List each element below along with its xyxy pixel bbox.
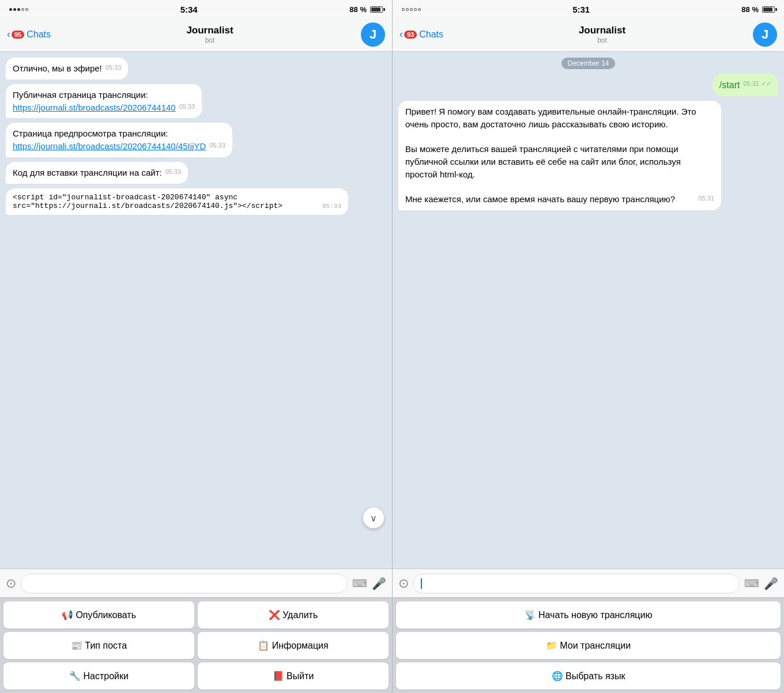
left-msg-3-time: 05:33	[209, 141, 225, 150]
right-btn-new-broadcast[interactable]: 📡 Начать новую трансляцию	[396, 601, 781, 628]
right-avatar[interactable]: J	[753, 22, 777, 47]
right-cursor	[421, 578, 422, 589]
right-msg-start-time: 05:31 ✓✓	[743, 79, 771, 89]
left-msg-code-time: 05:33	[322, 203, 341, 210]
right-chat-area: December 14 /start 05:31 ✓✓ Привет! Я по…	[393, 52, 784, 569]
right-signal	[402, 8, 421, 11]
left-chat-sub: bot	[59, 36, 361, 44]
left-msg-1-text: Отлично, мы в эфире!	[13, 63, 102, 73]
left-battery-area: 88 %	[349, 5, 383, 14]
left-msg-code: <script id="journalist-broadcast-2020674…	[6, 188, 348, 215]
left-chevron-icon: ‹	[7, 28, 10, 40]
left-chat-name: Journalist	[59, 25, 361, 36]
left-btn-info[interactable]: 📋 Информация	[198, 632, 389, 659]
scroll-down-button[interactable]: ∨	[363, 508, 384, 528]
right-chevron-icon: ‹	[399, 28, 403, 40]
left-status-bar: 5:34 88 %	[0, 0, 392, 17]
left-phone-panel: 5:34 88 % ‹ 95 Chats Journalist bot J От…	[0, 0, 392, 693]
right-nav-bar: ‹ 93 Chats Journalist bot J	[393, 17, 784, 52]
left-msg-4-text: Код для вставки трансляции на сайт:	[13, 168, 162, 177]
right-msg-start: /start 05:31 ✓✓	[713, 74, 778, 96]
left-battery-pct: 88 %	[349, 5, 367, 14]
right-battery-icon	[762, 6, 775, 13]
chevron-down-icon: ∨	[370, 513, 377, 524]
left-msg-2: Публичная страница трансляции: https://j…	[6, 84, 202, 119]
right-msg-start-text: /start	[719, 80, 740, 90]
left-msg-4-time: 05:33	[165, 168, 182, 177]
right-btn-language[interactable]: 🌐 Выбрать язык	[396, 662, 781, 690]
left-badge: 95	[12, 31, 24, 39]
right-badge: 93	[404, 31, 417, 39]
left-msg-3-text: Страница предпросмотра трансляции: https…	[13, 128, 206, 151]
left-msg-3: Страница предпросмотра трансляции: https…	[6, 123, 232, 157]
left-msg-1: Отлично, мы в эфире! 05:33	[6, 58, 128, 79]
left-signal	[9, 8, 28, 11]
left-battery-icon	[370, 6, 383, 13]
right-status-bar: 5:31 88 %	[393, 0, 784, 17]
left-msg-4: Код для вставки трансляции на сайт: 05:3…	[6, 162, 188, 184]
left-btn-delete[interactable]: ❌ Удалить	[198, 601, 389, 628]
right-back-label: Chats	[419, 29, 443, 40]
left-mic-icon[interactable]: 🎤	[372, 577, 386, 590]
left-attach-icon[interactable]: ⊙	[6, 576, 16, 591]
left-msg-2-text: Публичная страница трансляции: https://j…	[13, 90, 176, 112]
right-input-bar: ⊙ ⌨ 🎤	[393, 569, 784, 597]
right-bot-buttons: 📡 Начать новую трансляцию 📁 Мои трансляц…	[393, 597, 784, 693]
left-btn-posttype[interactable]: 📰 Тип поста	[3, 632, 194, 659]
left-btn-settings[interactable]: 🔧 Настройки	[3, 662, 194, 690]
right-battery-pct: 88 %	[741, 5, 759, 14]
right-msg-welcome: Привет! Я помогу вам создавать удивитель…	[398, 101, 721, 210]
right-msg-welcome-text: Привет! Я помогу вам создавать удивитель…	[405, 107, 696, 204]
left-back-button[interactable]: ‹ 95 Chats	[7, 28, 59, 40]
left-msg-1-time: 05:33	[105, 63, 122, 73]
right-chat-name: Journalist	[451, 25, 753, 36]
left-msg-3-link[interactable]: https://journali.st/broadcasts/202067441…	[13, 141, 206, 151]
left-chat-content: Отлично, мы в эфире! 05:33 Публичная стр…	[6, 58, 386, 215]
left-keyboard-icon[interactable]: ⌨	[352, 577, 367, 590]
right-tick-icon: ✓✓	[761, 80, 771, 87]
left-back-label: Chats	[27, 29, 51, 40]
right-phone-panel: 5:31 88 % ‹ 93 Chats Journalist bot J De…	[392, 0, 784, 693]
left-nav-bar: ‹ 95 Chats Journalist bot J	[0, 17, 392, 52]
right-battery-area: 88 %	[741, 5, 775, 14]
left-msg-2-time: 05:33	[179, 103, 195, 112]
right-nav-center: Journalist bot	[451, 25, 753, 44]
right-btn-my-broadcasts[interactable]: 📁 Мои трансляции	[396, 632, 781, 659]
left-time: 5:34	[180, 5, 198, 14]
left-nav-center: Journalist bot	[59, 25, 361, 44]
right-time: 5:31	[572, 5, 590, 14]
left-chat-area: Отлично, мы в эфире! 05:33 Публичная стр…	[0, 52, 392, 569]
right-date-badge: December 14	[561, 58, 615, 69]
right-input-field[interactable]	[413, 574, 740, 593]
left-input-field[interactable]	[21, 574, 348, 593]
right-keyboard-icon[interactable]: ⌨	[744, 577, 759, 590]
left-btn-publish[interactable]: 📢 Опубликовать	[3, 601, 194, 628]
left-avatar[interactable]: J	[361, 22, 385, 47]
right-attach-icon[interactable]: ⊙	[398, 576, 409, 591]
right-msg-welcome-time: 05:31	[699, 194, 715, 203]
right-mic-icon[interactable]: 🎤	[764, 577, 778, 590]
right-chat-sub: bot	[451, 36, 753, 44]
left-btn-logout[interactable]: 📕 Выйти	[198, 662, 389, 690]
right-back-button[interactable]: ‹ 93 Chats	[399, 28, 451, 40]
left-input-bar: ⊙ ⌨ 🎤	[0, 569, 392, 597]
left-msg-code-text: <script id="journalist-broadcast-2020674…	[13, 193, 282, 210]
right-chat-content: December 14 /start 05:31 ✓✓ Привет! Я по…	[398, 58, 778, 210]
left-bot-buttons: 📢 Опубликовать ❌ Удалить 📰 Тип поста 📋 И…	[0, 597, 392, 693]
left-msg-2-link[interactable]: https://journali.st/broadcasts/202067441…	[13, 103, 176, 112]
